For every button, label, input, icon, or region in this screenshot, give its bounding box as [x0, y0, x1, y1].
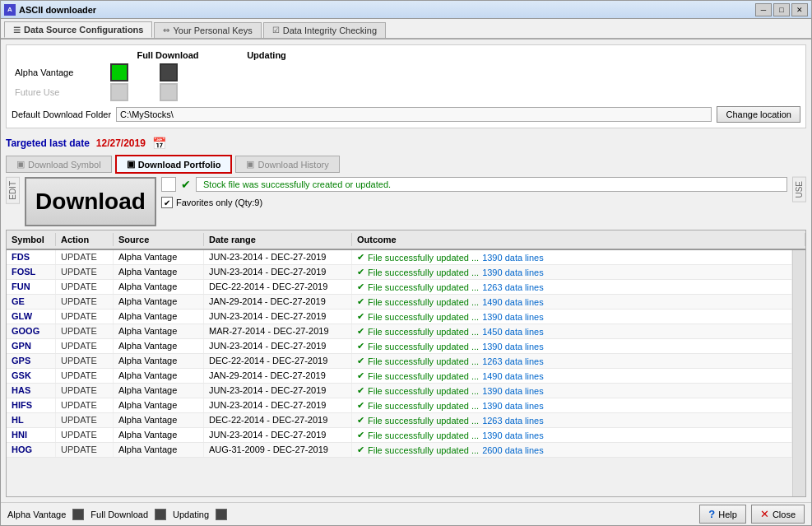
cell-daterange: JUN-23-2014 - DEC-27-2019: [204, 310, 352, 324]
cell-symbol: FUN: [7, 280, 56, 294]
cell-symbol: HL: [7, 413, 56, 427]
app-icon: A: [4, 4, 16, 16]
alpha-vantage-bottom-label: Alpha Vantage: [7, 510, 66, 519]
outcome-lines: 1490 data lines: [482, 371, 544, 381]
cell-source: Alpha Vantage: [114, 384, 204, 398]
tab-data-source[interactable]: ☰ Data Source Configurations: [4, 21, 152, 38]
cell-outcome: ✔ File successfully updated ... 1450 dat…: [352, 324, 792, 338]
cell-action: UPDATE: [56, 250, 114, 264]
cell-symbol: HAS: [7, 384, 56, 398]
status-row: ✔ Stock file was successfully created or…: [161, 177, 787, 192]
change-location-button[interactable]: Change location: [717, 106, 800, 123]
col-source: Source: [114, 233, 204, 246]
tab-download-symbol[interactable]: ▣ Download Symbol: [6, 156, 112, 173]
cell-action: UPDATE: [56, 428, 114, 442]
outcome-text: File successfully updated ...: [368, 282, 479, 292]
cell-outcome: ✔ File successfully updated ... 1390 dat…: [352, 339, 792, 353]
future-use-updating-checkbox[interactable]: [160, 83, 178, 101]
outcome-text: File successfully updated ...: [368, 327, 479, 337]
help-button[interactable]: ? Help: [699, 505, 746, 524]
outcome-text: File successfully updated ...: [368, 386, 479, 396]
cell-symbol: GSK: [7, 369, 56, 383]
calendar-icon[interactable]: 📅: [152, 137, 166, 150]
updating-bottom-checkbox[interactable]: [216, 509, 227, 520]
personal-keys-icon: ⇔: [163, 26, 169, 35]
cell-source: Alpha Vantage: [114, 295, 204, 309]
table-body: FDS UPDATE Alpha Vantage JUN-23-2014 - D…: [7, 250, 792, 496]
alpha-vantage-full-download-checkbox[interactable]: [110, 63, 128, 81]
outcome-lines: 1263 data lines: [482, 416, 544, 426]
cell-source: Alpha Vantage: [114, 339, 204, 353]
download-history-icon: ▣: [246, 159, 254, 170]
favorites-checkbox[interactable]: ✔: [161, 197, 173, 208]
outcome-lines: 2600 data lines: [482, 445, 544, 455]
col-outcome: Outcome: [352, 233, 805, 246]
table-row: FUN UPDATE Alpha Vantage DEC-22-2014 - D…: [7, 280, 792, 295]
cell-daterange: DEC-22-2014 - DEC-27-2019: [204, 280, 352, 294]
outcome-lines: 1390 data lines: [482, 386, 544, 396]
cell-source: Alpha Vantage: [114, 324, 204, 338]
close-icon: ✕: [760, 508, 769, 520]
download-button[interactable]: Download: [25, 177, 156, 226]
future-use-row: Future Use: [12, 83, 800, 101]
cell-source: Alpha Vantage: [114, 250, 204, 264]
cell-outcome: ✔ File successfully updated ... 1263 dat…: [352, 413, 792, 427]
cell-outcome: ✔ File successfully updated ... 1390 dat…: [352, 384, 792, 398]
cell-outcome: ✔ File successfully updated ... 2600 dat…: [352, 443, 792, 457]
outcome-text: File successfully updated ...: [368, 253, 479, 263]
status-checkbox[interactable]: [161, 177, 176, 192]
cell-symbol: HIFS: [7, 398, 56, 412]
window-close-button[interactable]: ✕: [791, 3, 808, 16]
cell-outcome: ✔ File successfully updated ... 1390 dat…: [352, 428, 792, 442]
cell-action: UPDATE: [56, 310, 114, 324]
tab-download-history[interactable]: ▣ Download History: [235, 156, 339, 173]
cell-symbol: GE: [7, 295, 56, 309]
scrollbar[interactable]: [792, 250, 805, 496]
cell-daterange: JAN-29-2014 - DEC-27-2019: [204, 369, 352, 383]
table-row: HNI UPDATE Alpha Vantage JUN-23-2014 - D…: [7, 428, 792, 443]
table-header: Symbol Action Source Date range Outcome: [7, 230, 805, 250]
targeted-date-value[interactable]: 12/27/2019: [96, 137, 146, 149]
cell-symbol: FOSL: [7, 265, 56, 279]
close-button[interactable]: ✕ Close: [751, 505, 805, 524]
updating-bottom-label: Updating: [173, 510, 209, 519]
table-row: HIFS UPDATE Alpha Vantage JUN-23-2014 - …: [7, 398, 792, 413]
table-row: HL UPDATE Alpha Vantage DEC-22-2014 - DE…: [7, 413, 792, 428]
full-download-header: Full Download: [118, 50, 217, 60]
tab-data-integrity[interactable]: ☑ Data Integrity Checking: [263, 22, 386, 38]
minimize-button[interactable]: ─: [755, 3, 772, 16]
cell-source: Alpha Vantage: [114, 354, 204, 368]
cell-action: UPDATE: [56, 265, 114, 279]
cell-daterange: JUN-23-2014 - DEC-27-2019: [204, 398, 352, 412]
help-icon: ?: [708, 508, 715, 520]
tab-download-portfolio[interactable]: ▣ Download Portfolio: [115, 155, 233, 174]
cell-action: UPDATE: [56, 398, 114, 412]
alpha-vantage-bottom-checkbox[interactable]: [72, 509, 84, 520]
maximize-button[interactable]: □: [773, 3, 790, 16]
full-download-bottom-label: Full Download: [90, 510, 148, 519]
status-text: Stock file was successfully created or u…: [196, 177, 787, 192]
outcome-text: File successfully updated ...: [368, 371, 479, 381]
cell-symbol: GPS: [7, 354, 56, 368]
outcome-check-icon: ✔: [357, 282, 364, 292]
cell-outcome: ✔ File successfully updated ... 1263 dat…: [352, 280, 792, 294]
future-use-label: Future Use: [12, 87, 110, 97]
outcome-lines: 1390 data lines: [482, 431, 544, 440]
col-daterange: Date range: [204, 233, 352, 246]
full-download-bottom-checkbox[interactable]: [155, 509, 166, 520]
cell-action: UPDATE: [56, 443, 114, 457]
future-use-full-download-checkbox[interactable]: [110, 83, 128, 101]
folder-path-input[interactable]: [116, 107, 712, 122]
cell-source: Alpha Vantage: [114, 413, 204, 427]
cell-symbol: GLW: [7, 310, 56, 324]
table-row: GE UPDATE Alpha Vantage JAN-29-2014 - DE…: [7, 295, 792, 310]
outcome-check-icon: ✔: [357, 430, 364, 440]
cell-daterange: JUN-23-2014 - DEC-27-2019: [204, 265, 352, 279]
cell-daterange: JUN-23-2014 - DEC-27-2019: [204, 339, 352, 353]
cell-symbol: GPN: [7, 339, 56, 353]
use-side-label: USE: [792, 177, 806, 202]
cell-daterange: JAN-29-2014 - DEC-27-2019: [204, 295, 352, 309]
tab-personal-keys[interactable]: ⇔ Your Personal Keys: [154, 22, 261, 38]
alpha-vantage-updating-checkbox[interactable]: [160, 63, 178, 81]
alpha-vantage-row: Alpha Vantage: [12, 63, 800, 81]
